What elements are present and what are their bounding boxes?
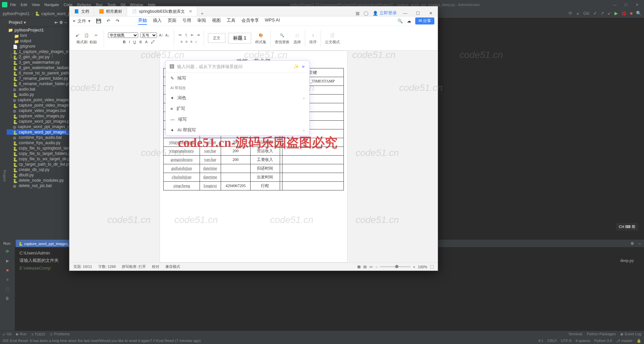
run-icon[interactable]: ▶ — [614, 11, 618, 17]
style-normal[interactable]: 正文 — [208, 33, 225, 43]
login-button[interactable]: 👤立即登录 — [373, 10, 397, 16]
table-cell[interactable]: 工资收入 — [250, 156, 280, 164]
table-cell[interactable]: varchar — [200, 138, 221, 147]
ai-option[interactable]: ≡扩写 — [166, 103, 309, 114]
git-tab[interactable]: ↙ Git — [3, 332, 11, 336]
table-cell[interactable]: 行程 — [250, 182, 280, 190]
cut-icon[interactable]: ✂ — [92, 32, 100, 39]
table-cell[interactable] — [280, 182, 282, 190]
italic-button[interactable]: I — [129, 40, 130, 44]
indent[interactable]: 4 spaces — [576, 339, 590, 343]
line-spacing-icon[interactable]: ↕ — [195, 40, 197, 44]
table-cell[interactable] — [221, 173, 250, 182]
rerun-icon[interactable]: ⟳ — [6, 249, 9, 254]
search-icon[interactable]: 🔍 — [397, 18, 403, 23]
line-sep[interactable]: CRLF — [547, 339, 557, 343]
todo-tab[interactable]: ≡ TODO — [31, 332, 45, 336]
style-heading1[interactable]: 标题 1 — [228, 33, 252, 44]
table-cell[interactable]: datetime — [200, 173, 221, 182]
view-mode-icon[interactable]: ▤ — [363, 265, 367, 269]
align-center-icon[interactable]: ≡ — [185, 40, 187, 44]
table-cell[interactable] — [282, 138, 343, 147]
bullets-icon[interactable]: ≔ — [178, 33, 182, 37]
formula-mode-icon[interactable]: 📄 — [329, 32, 336, 39]
strike-button[interactable]: S — [139, 40, 142, 44]
tree-item[interactable]: 🐍2_gen_dir_pic.py — [7, 54, 69, 60]
tree-item[interactable]: 🐍cp_target_path_to_dir_list.py — [7, 162, 69, 167]
document-tab[interactable]: 📘文档 — [69, 7, 94, 16]
collapse-icon[interactable]: ⇤ — [55, 20, 58, 25]
ribbon-tab[interactable]: WPS AI — [265, 17, 280, 25]
menu-navigate[interactable]: Navigate — [44, 3, 59, 7]
table-cell[interactable]: 归还时间 — [250, 164, 280, 173]
redo-icon[interactable]: ↷ — [116, 18, 119, 23]
tree-item[interactable]: ⚙audio.bat — [7, 87, 69, 92]
tree-item[interactable]: 🐍copy_file_to_wx_target_dir.py — [7, 156, 69, 162]
notif-icon[interactable]: ◯ — [364, 11, 369, 16]
compat-mode[interactable]: 兼容模式 — [165, 264, 180, 269]
table-cell[interactable]: 200 — [221, 147, 250, 156]
problems-tab[interactable]: ⚠ Problems — [50, 332, 70, 336]
tree-item[interactable]: 🐍copy_file_to_springboot_targe — [7, 146, 69, 151]
ribbon-tab[interactable]: 会员专享 — [241, 17, 259, 25]
ribbon-tab[interactable]: 审阅 — [197, 17, 206, 25]
down-icon[interactable]: ≡ — [6, 277, 8, 282]
underline-button[interactable]: U — [133, 40, 136, 44]
event-log-tab[interactable]: ◉ Event Log — [620, 332, 641, 336]
maximize-button[interactable]: ☐ — [621, 3, 631, 7]
ribbon-tab[interactable]: 视图 — [212, 17, 221, 25]
new-tab-button[interactable]: + — [197, 11, 207, 16]
menu-view[interactable]: View — [32, 3, 40, 7]
fullscreen-icon[interactable]: ⛶ — [430, 265, 434, 269]
interpreter[interactable]: Python 3.8 — [594, 339, 612, 343]
ribbon-tab[interactable]: 工具 — [227, 17, 235, 25]
tree-item[interactable]: 🐍8_rename_number_folder.py — [7, 81, 69, 87]
paste-icon[interactable]: 📋 — [83, 32, 90, 39]
table-cell[interactable]: gongzishouru — [164, 156, 200, 164]
table-cell[interactable]: 出发时间 — [250, 173, 280, 182]
tree-item[interactable]: 🐍combine_frps_audio.py — [7, 140, 69, 146]
tree-item[interactable]: ⚙capture_point_video_images.b — [7, 97, 69, 103]
wps-minimize-button[interactable]: — — [401, 11, 410, 16]
indent-dec-icon[interactable]: ⇤ — [191, 33, 194, 37]
table-cell[interactable]: chufashijian — [164, 173, 200, 182]
magic-icon[interactable]: ✨ — [293, 64, 299, 69]
word-count[interactable]: 字数: 1268 — [98, 264, 116, 269]
gear-icon[interactable]: ⚙ — [631, 240, 634, 247]
ribbon-tab[interactable]: 插入 — [153, 17, 162, 25]
cloud-icon[interactable]: ☁ — [407, 18, 411, 23]
share-button[interactable]: ✉ 分享 — [415, 17, 434, 24]
table-cell[interactable]: 营运里程 — [250, 138, 280, 147]
tree-item[interactable]: ⚙capture_word_ppt_images_de — [7, 124, 69, 129]
table-cell[interactable] — [221, 164, 250, 173]
ribbon-tab[interactable]: 页面 — [168, 17, 176, 25]
table-cell[interactable]: varchar — [200, 156, 221, 164]
trash-icon[interactable]: 🗑 — [5, 296, 9, 301]
tree-item[interactable]: 🐍delete_node_modules.py — [7, 178, 69, 183]
table-cell[interactable] — [282, 147, 343, 156]
run-play-icon[interactable]: ▶ — [6, 259, 9, 263]
tree-item[interactable]: 📄.gitignore — [7, 44, 69, 49]
settings-icon[interactable]: ⚙ — [59, 20, 63, 25]
table-cell[interactable] — [280, 147, 282, 156]
bold-button[interactable]: B — [123, 40, 126, 44]
tree-item[interactable]: 🐍audio.py — [7, 92, 69, 97]
indent-inc-icon[interactable]: ⇥ — [197, 33, 200, 37]
reload-icon[interactable]: ⟳ — [569, 11, 572, 17]
decrease-font-icon[interactable]: A↓ — [165, 33, 170, 37]
ribbon-tab[interactable]: 开始 — [138, 17, 147, 25]
find-replace-icon[interactable]: 🔍 — [278, 32, 286, 39]
page-indicator[interactable]: 页面: 10/11 — [73, 264, 92, 269]
python-packages-tab[interactable]: Python Packages — [587, 332, 616, 336]
encoding[interactable]: UTF-8 — [561, 339, 572, 343]
proof-status[interactable]: 校对 — [152, 264, 159, 269]
ai-option[interactable]: ✦润色› — [166, 93, 309, 103]
tree-item[interactable]: 🐍dbutil.py — [7, 172, 69, 178]
breadcrumb-project[interactable]: pythonProject1 — [3, 11, 30, 16]
tree-item[interactable]: 🐍create_db_sql.py — [7, 167, 69, 172]
table-cell[interactable]: yingyunlicheng — [164, 138, 200, 147]
zoom-level[interactable]: 100% — [418, 265, 427, 269]
search-icon[interactable]: 🔍 — [636, 11, 641, 17]
zoom-slider[interactable] — [380, 266, 410, 267]
tree-root[interactable]: 📁 pythonProject1 — [7, 27, 69, 33]
